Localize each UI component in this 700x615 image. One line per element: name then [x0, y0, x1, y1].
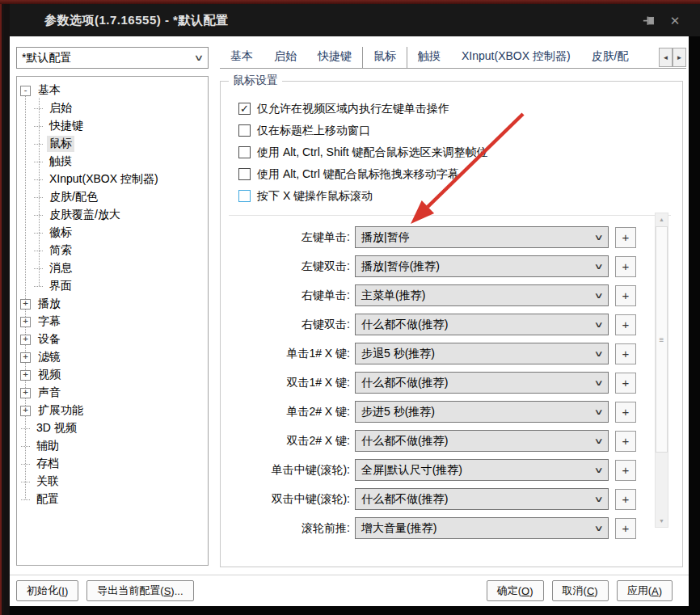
- checkbox-x-key-scroll[interactable]: ✓ 按下 X 键操作鼠标滚动: [238, 185, 682, 207]
- add-action-button[interactable]: +: [615, 373, 636, 394]
- tree-item-subtitles[interactable]: +字幕: [17, 313, 208, 331]
- tab-hotkeys[interactable]: 快捷键: [307, 47, 362, 68]
- action-row-right-click: 右键单击: 主菜单(推荐)∨ +: [221, 284, 682, 306]
- right-doubleclick-dropdown[interactable]: 什么都不做(推荐)∨: [355, 314, 609, 335]
- tree-item-video[interactable]: +视频: [17, 366, 208, 384]
- tree-item-index[interactable]: 简索: [17, 242, 208, 259]
- tree-item-logo[interactable]: 徽标: [17, 224, 208, 242]
- footer-bar: 初始化(I) 导出当前配置(S)... 确定(O) 取消(C) 应用(A): [10, 575, 689, 606]
- chevron-down-icon: ∨: [593, 378, 603, 387]
- tree-item-config[interactable]: 配置: [17, 491, 208, 508]
- tree-item-touch[interactable]: 触摸: [17, 153, 208, 171]
- pin-icon[interactable]: [642, 14, 656, 28]
- initialize-button[interactable]: 初始化(I): [16, 580, 78, 601]
- checkbox-alt-ctrl-shift-frame[interactable]: ✓ 使用 Alt, Ctrl, Shift 键配合鼠标选区来调整帧位: [238, 141, 682, 163]
- left-doubleclick-dropdown[interactable]: 播放|暂停(推荐)∨: [355, 255, 609, 277]
- tree-item-startup[interactable]: 启始: [17, 99, 208, 117]
- add-action-button[interactable]: +: [615, 314, 636, 335]
- collapse-icon[interactable]: -: [20, 86, 31, 96]
- add-action-button[interactable]: +: [615, 518, 636, 539]
- checkbox[interactable]: ✓: [238, 124, 251, 137]
- apply-button[interactable]: 应用(A): [617, 580, 673, 601]
- tab-touch[interactable]: 触摸: [407, 47, 451, 68]
- action-row-left-click: 左键单击: 播放|暂停∨ +: [221, 226, 682, 248]
- chevron-down-icon: ∨: [593, 436, 603, 445]
- chevron-down-icon: ∨: [593, 262, 603, 271]
- tree-item-skin[interactable]: 皮肤/配色: [17, 188, 208, 206]
- scroll-down-icon[interactable]: ▼: [656, 515, 668, 527]
- add-action-button[interactable]: +: [615, 431, 636, 452]
- ok-button[interactable]: 确定(O): [487, 580, 544, 601]
- tree-item-xinput[interactable]: XInput(XBOX 控制器): [17, 171, 208, 188]
- x2-click-dropdown[interactable]: 步进5 秒(推荐)∨: [355, 401, 609, 423]
- tree-item-messages[interactable]: 消息: [17, 259, 208, 277]
- export-config-button[interactable]: 导出当前配置(S)...: [86, 580, 193, 601]
- tree-item-interface[interactable]: 界面: [17, 277, 208, 295]
- chevron-down-icon: ∨: [593, 291, 603, 300]
- add-action-button[interactable]: +: [615, 402, 636, 423]
- add-action-button[interactable]: +: [615, 256, 636, 277]
- checkbox-left-click-video-area[interactable]: ✓ 仅允许在视频区域内执行左键单击操作: [238, 98, 682, 120]
- action-row-middle-doubleclick: 双击中键(滚轮): 什么都不做(推荐)∨ +: [221, 488, 682, 510]
- x2-doubleclick-dropdown[interactable]: 什么都不做(推荐)∨: [355, 430, 609, 452]
- checkbox[interactable]: ✓: [238, 146, 251, 158]
- tab-skin[interactable]: 皮肤/配: [581, 47, 639, 68]
- right-click-dropdown[interactable]: 主菜单(推荐)∨: [355, 284, 609, 306]
- x1-doubleclick-dropdown[interactable]: 什么都不做(推荐)∨: [355, 372, 609, 394]
- titlebar[interactable]: 参数选项(1.7.16555) - *默认配置 ✕: [10, 4, 700, 36]
- tab-mouse[interactable]: 鼠标: [362, 47, 407, 69]
- expand-icon[interactable]: +: [20, 335, 31, 345]
- tab-scroll-right-icon[interactable]: ►: [673, 48, 686, 67]
- profile-select[interactable]: *默认配置 ∨: [16, 47, 209, 69]
- checkbox-move-window-titlebar[interactable]: ✓ 仅在标题栏上移动窗口: [238, 120, 682, 141]
- left-click-dropdown[interactable]: 播放|暂停∨: [355, 226, 609, 248]
- chevron-down-icon: ∨: [593, 524, 603, 533]
- checkbox[interactable]: ✓: [238, 190, 251, 202]
- middle-click-dropdown[interactable]: 全屏|默认尺寸(推荐)∨: [355, 459, 609, 481]
- tab-scroll-left-icon[interactable]: ◄: [659, 48, 673, 67]
- tree-item-audio[interactable]: +声音: [17, 384, 208, 402]
- expand-icon[interactable]: +: [20, 299, 31, 310]
- tree-item-playback[interactable]: +播放: [17, 295, 208, 313]
- checkbox-alt-ctrl-drag-subtitle[interactable]: ✓ 使用 Alt, Ctrl 键配合鼠标拖拽来移动字幕: [238, 163, 682, 185]
- add-action-button[interactable]: +: [615, 460, 636, 481]
- checkbox[interactable]: ✓: [238, 168, 251, 180]
- window-title: 参数选项(1.7.16555) - *默认配置: [10, 13, 228, 28]
- scrollbar-thumb[interactable]: ≡: [656, 226, 668, 453]
- profile-select-value: *默认配置: [22, 51, 71, 65]
- expand-icon[interactable]: +: [20, 352, 31, 363]
- tab-startup[interactable]: 启始: [264, 47, 307, 68]
- close-icon[interactable]: ✕: [668, 14, 682, 28]
- tree-item-3d-video[interactable]: 3D 视频: [17, 419, 208, 437]
- tree-item-filters[interactable]: +滤镜: [17, 348, 208, 366]
- tree-item-association[interactable]: 关联: [17, 473, 208, 491]
- tree-item-misc[interactable]: 辅助: [17, 437, 208, 455]
- expand-icon[interactable]: +: [20, 370, 31, 381]
- middle-doubleclick-dropdown[interactable]: 什么都不做(推荐)∨: [355, 488, 609, 510]
- add-action-button[interactable]: +: [615, 285, 636, 306]
- add-action-button[interactable]: +: [615, 227, 636, 248]
- checkbox[interactable]: ✓: [238, 103, 251, 115]
- tree-item-devices[interactable]: +设备: [17, 331, 208, 348]
- expand-icon[interactable]: +: [20, 388, 31, 398]
- x1-click-dropdown[interactable]: 步退5 秒(推荐)∨: [355, 343, 609, 364]
- action-row-x2-doubleclick: 双击2# X 键: 什么都不做(推荐)∨ +: [221, 430, 682, 452]
- tree-item-skin-overlay[interactable]: 皮肤覆盖/放大: [17, 206, 208, 224]
- cancel-button[interactable]: 取消(C): [552, 580, 609, 601]
- expand-icon[interactable]: +: [20, 406, 31, 416]
- add-action-button[interactable]: +: [615, 489, 636, 510]
- tree-item-storage[interactable]: 存档: [17, 455, 208, 473]
- tab-basic[interactable]: 基本: [220, 47, 264, 68]
- chevron-down-icon: ∨: [593, 349, 603, 358]
- settings-tree: -基本 启始 快捷键 鼠标 触摸 XInput(XBOX 控制器) 皮肤/配色 …: [16, 76, 209, 566]
- wheel-up-dropdown[interactable]: 增大音量(推荐)∨: [355, 517, 609, 539]
- tree-item-mouse[interactable]: 鼠标: [17, 135, 208, 153]
- tree-item-hotkeys[interactable]: 快捷键: [17, 117, 208, 135]
- tree-item-basic[interactable]: -基本: [17, 82, 208, 99]
- expand-icon[interactable]: +: [20, 317, 31, 327]
- vertical-scrollbar[interactable]: ▲ ≡ ▼: [655, 213, 668, 528]
- tree-item-extensions[interactable]: +扩展功能: [17, 402, 208, 419]
- tab-xinput[interactable]: XInput(XBOX 控制器): [451, 47, 581, 68]
- scroll-up-icon[interactable]: ▲: [656, 213, 668, 225]
- add-action-button[interactable]: +: [615, 343, 636, 364]
